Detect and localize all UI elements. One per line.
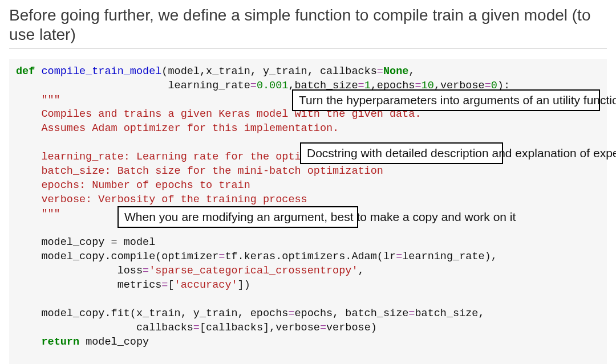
line-fit2-a: callbacks xyxy=(16,322,193,334)
line-fit2-b: [callbacks],verbose xyxy=(200,322,320,334)
kw-return: return xyxy=(41,336,79,348)
eq-6: = xyxy=(218,251,225,263)
eq-10: = xyxy=(288,308,294,320)
eq-11: = xyxy=(408,308,415,320)
lbracket: [ xyxy=(168,279,174,291)
line-loss-c: , xyxy=(358,265,364,277)
ret-val: model_copy xyxy=(79,336,149,348)
annotation-docstring: Docstring with detailed description and … xyxy=(300,142,503,164)
line-fit-c: batch_size, xyxy=(415,308,484,320)
doc-blank xyxy=(16,137,41,149)
line-metrics-a: metrics xyxy=(16,279,161,291)
val-lr: 0.001 xyxy=(257,80,289,92)
func-name: compile_train_model xyxy=(41,66,161,77)
doc-line-2: Assumes Adam optimizer for this implemen… xyxy=(16,122,339,134)
line-loss-a: loss xyxy=(16,265,143,277)
str-acc: 'accuracy' xyxy=(175,279,238,291)
page: Before going further, we define a simple… xyxy=(0,0,616,364)
line-copy: model_copy = model xyxy=(16,236,155,248)
sig2-pad xyxy=(16,80,168,92)
sig-comma1: , xyxy=(408,66,415,77)
none-1: None xyxy=(383,66,408,77)
arg-lr: learning_rate xyxy=(168,80,250,92)
eq-7: = xyxy=(396,251,402,263)
line-compile-a: model_copy.compile(optimizer xyxy=(16,251,218,263)
code-block: def compile_train_model(model,x_train, y… xyxy=(9,59,607,364)
line-compile-b: tf.keras.optimizers.Adam(lr xyxy=(225,251,396,263)
sig-part1: (model,x_train, y_train, callbacks xyxy=(161,66,376,77)
eq-9: = xyxy=(161,279,168,291)
docstring-open: """ xyxy=(16,94,60,106)
line-fit-a: model_copy.fit(x_train, y_train, epochs xyxy=(16,308,288,320)
heading-divider xyxy=(9,48,607,49)
eq-13: = xyxy=(320,322,326,334)
eq-8: = xyxy=(143,265,149,277)
doc-line-6: verbose: Verbosity of the training proce… xyxy=(16,194,307,206)
line-fit2-c: verbose) xyxy=(326,322,377,334)
doc-line-5: epochs: Number of epochs to train xyxy=(16,179,250,191)
docstring-close: """ xyxy=(16,208,60,220)
eq-2: = xyxy=(250,80,257,92)
rbracket: ]) xyxy=(238,279,250,291)
eq-1: = xyxy=(377,66,383,77)
annotation-hyperparams: Turn the hyperparameters into arguments … xyxy=(292,89,600,111)
str-loss: 'sparse_categorical_crossentropy' xyxy=(149,265,358,277)
section-heading: Before going further, we define a simple… xyxy=(9,6,607,44)
kw-def: def xyxy=(16,66,35,77)
ret-pad xyxy=(16,336,41,348)
line-compile-c: learning_rate), xyxy=(402,251,497,263)
eq-12: = xyxy=(193,322,200,334)
annotation-copy: When you are modifying an argument, best… xyxy=(117,206,358,228)
line-fit-b: epochs, batch_size xyxy=(295,308,409,320)
doc-line-4: batch_size: Batch size for the mini-batc… xyxy=(16,165,383,177)
